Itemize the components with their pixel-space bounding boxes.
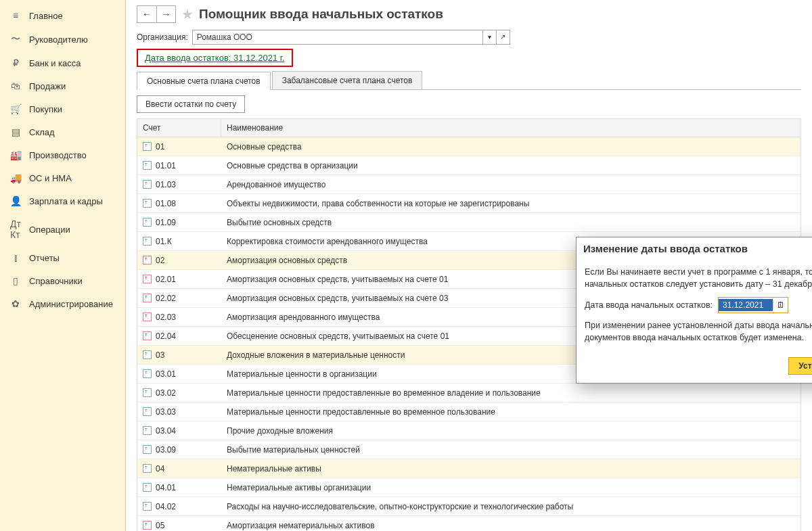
account-code: 03 <box>156 350 164 360</box>
table-row[interactable]: 01Основные средства <box>137 137 800 156</box>
account-code: 01.К <box>156 237 172 246</box>
table-row[interactable]: 05Амортизация нематериальных активов <box>137 516 800 531</box>
col-name[interactable]: Наименование <box>221 119 800 137</box>
account-icon <box>143 180 152 189</box>
nav-label: Справочники <box>29 276 83 286</box>
account-code: 03.01 <box>156 369 176 379</box>
table-row[interactable]: 01.08Объекты недвижимости, права собстве… <box>137 194 800 213</box>
table-row[interactable]: 04.02Расходы на научно-исследовательские… <box>137 497 800 516</box>
col-schet[interactable]: Счет <box>137 119 221 137</box>
sidebar: ≡Главное〜Руководителю₽Банк и касса🛍Прода… <box>0 0 126 531</box>
table-row[interactable]: 04Нематериальные активы <box>137 459 800 478</box>
tabs: Основные счета плана счетовЗабалансовые … <box>137 71 801 90</box>
date-field[interactable]: 🗓 <box>718 297 788 313</box>
nav-icon: 〜 <box>10 33 21 45</box>
account-icon <box>143 369 152 378</box>
sidebar-item-11[interactable]: ▯Справочники <box>0 269 125 292</box>
tab-1[interactable]: Забалансовые счета плана счетов <box>272 71 423 89</box>
sidebar-item-10[interactable]: ⫿Отчеты <box>0 246 125 269</box>
nav-icon: 🚚 <box>10 172 21 183</box>
org-label: Организация: <box>137 32 188 42</box>
sidebar-item-3[interactable]: 🛍Продажи <box>0 74 125 97</box>
account-code: 03.03 <box>156 407 176 417</box>
calendar-icon[interactable]: 🗓 <box>773 300 788 310</box>
nav-icon: ▤ <box>10 126 21 137</box>
account-name: Материальные ценности предоставленные во… <box>221 385 800 401</box>
account-name: Основные средства в организации <box>221 158 800 174</box>
account-code: 02.02 <box>156 294 176 303</box>
org-open-icon[interactable]: ↗ <box>496 30 510 44</box>
nav-label: Продажи <box>29 81 66 91</box>
table-row[interactable]: 03.09Выбытие материальных ценностей <box>137 440 800 459</box>
org-dropdown-icon[interactable]: ▾ <box>482 30 496 44</box>
nav-buttons: ← → <box>137 5 176 23</box>
account-icon <box>143 256 152 264</box>
account-name: Выбытие основных средств <box>221 214 800 231</box>
account-icon <box>143 521 152 530</box>
nav-icon: Дт Кт <box>10 218 21 240</box>
dialog-text-1: Если Вы начинаете вести учет в программе… <box>585 267 812 290</box>
enter-balances-button[interactable]: Ввести остатки по счету <box>137 95 245 113</box>
nav-icon: 🏭 <box>10 149 21 160</box>
account-name: Материальные ценности предоставленные во… <box>221 404 800 420</box>
account-code: 01.09 <box>156 218 176 227</box>
nav-icon: ✿ <box>10 298 21 309</box>
date-link[interactable]: Дата ввода остатков: 31.12.2021 г. <box>137 49 293 67</box>
account-icon <box>143 388 152 397</box>
account-code: 03.04 <box>156 426 176 436</box>
nav-icon: 👤 <box>10 195 21 206</box>
back-button[interactable]: ← <box>137 6 156 22</box>
account-code: 02 <box>156 256 164 265</box>
sidebar-item-8[interactable]: 👤Зарплата и кадры <box>0 189 125 212</box>
table-row[interactable]: 03.02Материальные ценности предоставленн… <box>137 384 800 402</box>
table-row[interactable]: 01.01Основные средства в организации <box>137 156 800 175</box>
nav-label: Руководителю <box>29 34 88 45</box>
account-icon <box>143 199 152 208</box>
nav-icon: ▯ <box>10 275 21 286</box>
sidebar-item-7[interactable]: 🚚ОС и НМА <box>0 166 125 189</box>
favorite-star-icon[interactable]: ★ <box>181 6 194 22</box>
nav-label: Покупки <box>29 104 62 114</box>
account-code: 04.02 <box>156 502 176 511</box>
table-row[interactable]: 03.04Прочие доходные вложения <box>137 421 800 440</box>
change-date-dialog: Изменение даты ввода остатков ⋮ ▢ ✕ Если… <box>576 237 812 384</box>
account-icon <box>143 464 152 473</box>
page-title: Помощник ввода начальных остатков <box>199 7 443 22</box>
nav-label: Главное <box>29 11 63 21</box>
nav-label: Администрирование <box>29 299 113 309</box>
sidebar-item-6[interactable]: 🏭Производство <box>0 143 125 166</box>
account-name: Выбытие материальных ценностей <box>221 442 800 458</box>
account-icon <box>143 237 152 246</box>
org-field[interactable]: Ромашка ООО ▾ ↗ <box>192 30 510 45</box>
tab-0[interactable]: Основные счета плана счетов <box>137 72 271 90</box>
table-row[interactable]: 01.03Арендованное имущество <box>137 175 800 194</box>
sidebar-item-0[interactable]: ≡Главное <box>0 4 125 27</box>
account-name: Арендованное имущество <box>221 177 800 193</box>
nav-label: Производство <box>29 150 87 160</box>
nav-label: Склад <box>29 127 55 137</box>
account-code: 01 <box>156 142 164 152</box>
table-row[interactable]: 01.09Выбытие основных средств <box>137 213 800 232</box>
table-row[interactable]: 03.03Материальные ценности предоставленн… <box>137 402 800 421</box>
account-name: Основные средства <box>221 139 800 155</box>
date-input[interactable] <box>719 299 773 311</box>
account-name: Нематериальные активы <box>221 461 800 477</box>
sidebar-item-12[interactable]: ✿Администрирование <box>0 292 125 315</box>
nav-label: Банк и касса <box>29 58 81 68</box>
set-button[interactable]: Установить <box>788 357 812 375</box>
account-icon <box>143 407 152 416</box>
sidebar-item-5[interactable]: ▤Склад <box>0 120 125 143</box>
forward-button[interactable]: → <box>156 6 175 22</box>
nav-icon: ₽ <box>10 57 21 68</box>
sidebar-item-2[interactable]: ₽Банк и касса <box>0 51 125 74</box>
sidebar-item-9[interactable]: Дт КтОперации <box>0 212 125 246</box>
sidebar-item-4[interactable]: 🛒Покупки <box>0 97 125 120</box>
account-code: 01.01 <box>156 161 176 170</box>
sidebar-item-1[interactable]: 〜Руководителю <box>0 27 125 51</box>
account-code: 02.04 <box>156 331 176 341</box>
nav-icon: 🛍 <box>10 80 21 91</box>
account-icon <box>143 350 152 359</box>
nav-label: Отчеты <box>29 253 60 263</box>
dialog-date-label: Дата ввода начальных остатков: <box>585 300 713 310</box>
table-row[interactable]: 04.01Нематериальные активы организации <box>137 478 800 497</box>
